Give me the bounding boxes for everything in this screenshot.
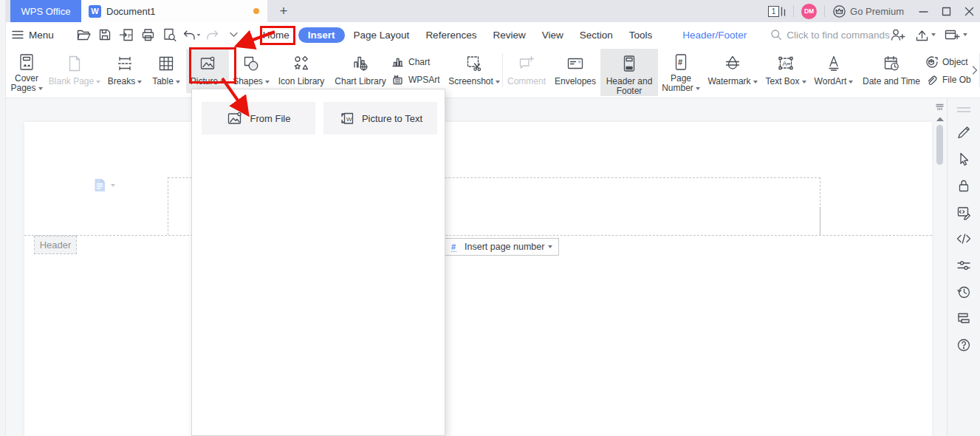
save-button[interactable] — [96, 26, 114, 44]
watermark-icon — [723, 54, 742, 73]
select-cursor-button[interactable] — [953, 148, 975, 170]
print-icon — [140, 27, 156, 42]
sliders-icon — [956, 257, 972, 273]
scrollbar-thumb[interactable] — [936, 125, 943, 165]
go-premium-label: Go Premium — [850, 6, 904, 17]
icon-library-icon — [292, 54, 311, 73]
writer-doc-icon: W — [89, 5, 101, 18]
redo-button[interactable] — [203, 26, 222, 44]
edit-restrictions-button[interactable] — [953, 201, 975, 223]
user-avatar[interactable]: DM — [801, 4, 817, 19]
dropdown-caret — [265, 81, 270, 84]
dropdown-caret — [137, 81, 142, 84]
dropdown-caret — [696, 87, 700, 90]
tab-section[interactable]: Section — [572, 27, 620, 43]
cover-pages-icon — [17, 52, 36, 72]
wpsart-button[interactable]: WPSArt — [391, 74, 446, 86]
tab-references[interactable]: References — [418, 27, 484, 43]
screenshot-button[interactable]: Screenshot — [446, 49, 502, 93]
document-tab[interactable]: W Document1 — [81, 0, 267, 22]
paperclip-icon — [925, 74, 938, 86]
insert-page-number-button[interactable]: # Insert page number — [443, 238, 559, 256]
table-button[interactable]: Table — [146, 49, 186, 93]
date-and-time-button[interactable]: Date and Time — [857, 49, 925, 93]
text-box-button[interactable]: A Text Box — [761, 49, 810, 93]
icon-library-button[interactable]: Icon Library — [273, 49, 329, 93]
settings-button[interactable] — [953, 254, 975, 276]
source-code-button[interactable] — [953, 228, 975, 250]
lock-button[interactable] — [953, 174, 975, 197]
minimize-button[interactable] — [919, 7, 928, 16]
open-folder-icon — [76, 27, 92, 42]
tab-insert[interactable]: Insert — [298, 27, 345, 43]
invite-user-icon[interactable] — [890, 28, 905, 41]
new-window-button[interactable] — [945, 28, 967, 41]
search-icon — [770, 29, 782, 41]
file-object-button[interactable]: File Ob — [925, 74, 973, 86]
navigation-pane-button[interactable] — [953, 307, 975, 330]
tab-tools[interactable]: Tools — [622, 27, 660, 43]
history-button[interactable] — [953, 281, 975, 303]
breaks-button[interactable]: Breaks — [103, 49, 146, 93]
maximize-button[interactable] — [942, 7, 951, 16]
object-button[interactable]: Object — [925, 56, 973, 68]
wps-office-label: WPS Office — [21, 6, 71, 17]
crown-icon — [832, 4, 846, 18]
dropdown-caret[interactable] — [111, 184, 115, 187]
screenshot-icon — [465, 54, 484, 73]
ribbon-tabs: Home Insert Page Layout References Revie… — [255, 27, 660, 43]
ink-pen-button[interactable] — [953, 121, 975, 143]
close-button[interactable] — [964, 7, 974, 16]
tab-review[interactable]: Review — [485, 27, 532, 43]
wpsart-icon — [391, 74, 404, 86]
header-tag: Header — [34, 236, 77, 254]
header-and-footer-button[interactable]: Header andFooter — [600, 49, 658, 96]
menu-button[interactable]: Menu — [12, 30, 54, 41]
tab-page-layout[interactable]: Page Layout — [346, 27, 417, 43]
envelopes-button[interactable]: Envelopes — [550, 49, 600, 93]
dropdown-caret — [931, 33, 936, 36]
customize-quickbar-button[interactable] — [225, 26, 243, 44]
picture-to-text-button[interactable]: W Picture to Text — [323, 102, 437, 134]
shapes-icon — [241, 54, 261, 73]
document-page[interactable]: Header # Insert page number — [24, 122, 932, 436]
tab-view[interactable]: View — [535, 27, 571, 43]
watermark-button[interactable]: Watermark — [704, 49, 761, 93]
dropdown-caret — [802, 81, 806, 84]
sidebar-drag-handle[interactable] — [957, 107, 970, 112]
chart-library-button[interactable]: Chart Library — [329, 49, 391, 93]
export-pdf-button[interactable]: P — [117, 26, 136, 44]
annotation-box-insert-tab — [260, 26, 295, 45]
page-number-button[interactable]: # PageNumber — [658, 49, 704, 93]
menu-toolbar-row: Menu P Home Insert Page Layout Reference… — [0, 22, 980, 47]
window-manager-icon[interactable]: 1 — [768, 6, 786, 17]
page-break-icon — [115, 54, 134, 73]
share-button[interactable] — [914, 28, 936, 41]
scroll-up-button[interactable] — [936, 116, 945, 122]
view-options-icon[interactable] — [934, 101, 945, 112]
object-group: Object File Ob — [925, 49, 973, 93]
wordart-button[interactable]: WordArt — [810, 49, 857, 93]
print-preview-button[interactable] — [160, 26, 179, 44]
wps-office-home-tab[interactable]: WPS Office — [10, 0, 81, 22]
dropdown-caret — [176, 81, 180, 84]
cover-pages-button[interactable]: CoverPages — [7, 49, 46, 93]
from-file-label: From File — [250, 113, 291, 124]
new-tab-button[interactable]: + — [275, 2, 292, 20]
ribbon-overflow-chevron[interactable] — [971, 65, 979, 75]
text-box-icon: A — [776, 54, 795, 73]
command-search[interactable]: Click to find commands — [770, 29, 890, 41]
chart-button[interactable]: Chart — [391, 56, 446, 68]
print-button[interactable] — [139, 26, 157, 44]
go-premium-button[interactable]: Go Premium — [832, 4, 904, 18]
dropdown-caret — [96, 81, 100, 84]
undo-button[interactable] — [182, 26, 200, 44]
vertical-scrollbar[interactable] — [933, 98, 947, 436]
help-button[interactable] — [953, 334, 975, 356]
from-file-button[interactable]: From File — [202, 102, 315, 134]
open-button[interactable] — [75, 26, 93, 44]
tab-header-footer-contextual[interactable]: Header/Footer — [682, 30, 747, 41]
header-settings-icon[interactable] — [94, 178, 106, 192]
annotation-box-picture-button — [189, 47, 236, 84]
picture-dropdown-panel: From File W Picture to Text — [191, 89, 445, 436]
